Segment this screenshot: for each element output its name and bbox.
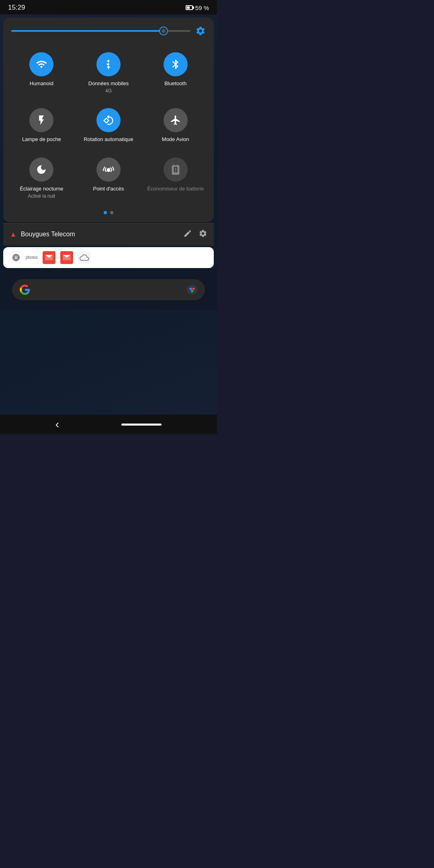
wifi-tile-label: Humanoid (30, 80, 53, 87)
carrier-settings-button[interactable] (199, 229, 207, 240)
notification-strip: photos (3, 247, 214, 268)
tile-bluetooth[interactable]: Bluetooth (143, 46, 207, 98)
tile-wifi[interactable]: Humanoid (10, 46, 74, 98)
home-area (0, 270, 217, 310)
airplane-tile-label: Mode Avion (162, 136, 189, 143)
tile-hotspot[interactable]: Point d'accès (77, 151, 141, 204)
svg-point-1 (190, 287, 192, 290)
svg-point-3 (191, 290, 193, 292)
back-button[interactable]: ‹ (55, 418, 59, 431)
hotspot-tile-label: Point d'accès (93, 186, 124, 192)
page-dots (10, 211, 207, 214)
carrier-name: Bouygues Telecom (21, 231, 183, 238)
battery-saver-tile-label: Économiseur de batterie (147, 186, 204, 192)
google-logo (19, 284, 31, 295)
battery-percent: 59 % (195, 4, 209, 11)
cloud-icon[interactable] (78, 251, 91, 264)
tile-mobile-data[interactable]: Données mobiles 4G (77, 46, 141, 98)
bluetooth-tile-label: Bluetooth (164, 80, 186, 87)
page-dot-1 (104, 211, 107, 214)
tile-night-light[interactable]: Éclairage nocturne Activé la nuit (10, 151, 74, 204)
home-pill[interactable] (121, 424, 162, 426)
mobile-data-tile-label: Données mobiles (88, 80, 129, 87)
gmail-icon-1[interactable] (43, 251, 55, 264)
photos-app-icon[interactable] (10, 251, 23, 264)
brightness-thumb-inner (162, 29, 166, 33)
tile-flashlight[interactable]: Lampe de poche (10, 102, 74, 148)
tile-airplane[interactable]: Mode Avion (143, 102, 207, 148)
page-dot-2 (110, 211, 113, 214)
brightness-row (10, 26, 207, 36)
flashlight-tile-icon (29, 108, 53, 132)
carrier-actions (183, 229, 207, 240)
gmail-icon-2[interactable] (60, 251, 73, 264)
carrier-bar: ▲ Bouygues Telecom (3, 223, 214, 246)
nav-bar: ‹ (0, 415, 217, 434)
carrier-signal-icon: ▲ (10, 230, 17, 239)
tile-auto-rotate[interactable]: Rotation automatique (77, 102, 141, 148)
brightness-slider[interactable] (11, 30, 190, 32)
wifi-tile-icon (29, 52, 53, 76)
battery-saver-tile-icon (164, 158, 188, 182)
night-light-tile-label: Éclairage nocturne (20, 186, 63, 192)
svg-point-2 (192, 287, 195, 290)
mobile-data-tile-icon (96, 52, 121, 76)
status-time: 15:29 (8, 4, 25, 12)
flashlight-tile-label: Lampe de poche (22, 136, 61, 143)
google-assistant-icon (186, 284, 198, 295)
auto-rotate-tile-icon (96, 108, 121, 132)
auto-rotate-tile-label: Rotation automatique (84, 136, 133, 143)
tile-battery-saver[interactable]: Économiseur de batterie (143, 151, 207, 204)
google-search-bar[interactable] (12, 279, 205, 300)
brightness-track (11, 30, 190, 32)
hotspot-tile-icon (96, 158, 121, 182)
status-battery: 59 % (186, 4, 209, 11)
night-light-tile-sublabel: Activé la nuit (28, 193, 55, 199)
photos-label: photos (26, 255, 38, 260)
status-bar: 15:29 59 % (0, 0, 217, 14)
airplane-tile-icon (164, 108, 188, 132)
quick-tiles-grid: Humanoid Données mobiles 4G (10, 46, 207, 204)
mobile-data-tile-sublabel: 4G (105, 88, 112, 94)
quick-settings-panel: Humanoid Données mobiles 4G (3, 18, 214, 222)
battery-icon (186, 5, 193, 10)
carrier-edit-button[interactable] (183, 229, 192, 240)
svg-point-0 (187, 285, 197, 295)
bluetooth-tile-icon (164, 52, 188, 76)
brightness-thumb[interactable] (159, 27, 168, 35)
night-light-tile-icon (29, 158, 53, 182)
brightness-fill (11, 30, 164, 32)
brightness-gear-icon[interactable] (195, 26, 206, 36)
